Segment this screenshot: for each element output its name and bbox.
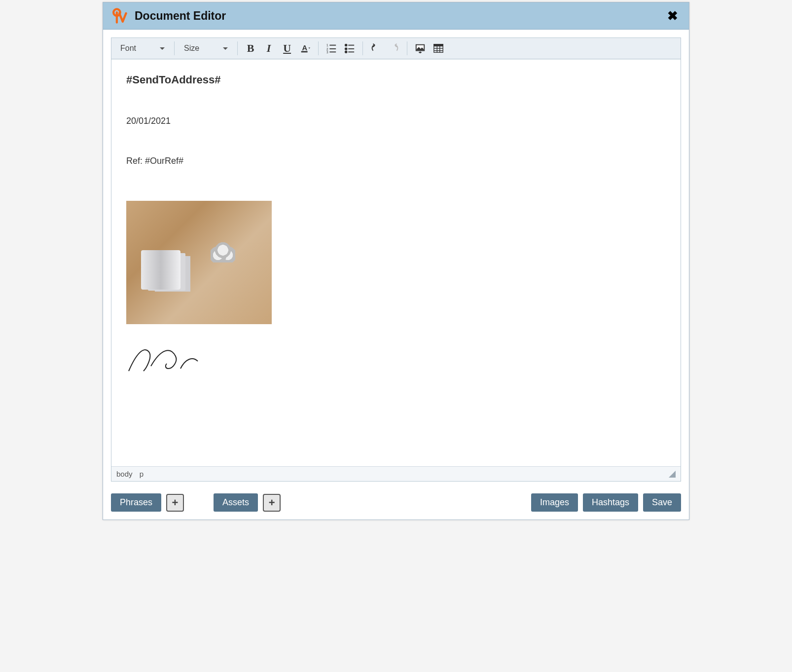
editor-body[interactable]: #SendToAddress# 20/01/2021 Ref: #OurRef#: [111, 59, 681, 466]
svg-text:1: 1: [326, 43, 328, 47]
svg-point-13: [345, 51, 347, 53]
plus-icon: +: [172, 496, 179, 509]
path-segment-p[interactable]: p: [140, 470, 144, 478]
chevron-down-icon: [160, 47, 165, 50]
insert-table-button[interactable]: [430, 41, 447, 56]
svg-text:A: A: [302, 44, 308, 52]
bullet-list-button[interactable]: [341, 41, 358, 56]
app-logo: [111, 7, 128, 24]
redo-button[interactable]: [386, 41, 402, 56]
path-segment-body[interactable]: body: [116, 470, 133, 478]
bold-button[interactable]: B: [242, 41, 259, 56]
font-combo-label: Font: [120, 44, 136, 53]
status-bar: body p: [111, 466, 681, 481]
separator: [362, 41, 363, 55]
italic-button[interactable]: I: [260, 41, 277, 56]
font-combo[interactable]: Font: [115, 41, 170, 56]
footer-bar: Phrases + Assets + Images Hashtags Save: [103, 489, 689, 520]
add-asset-button[interactable]: +: [263, 494, 281, 512]
ref-text[interactable]: Ref: #OurRef#: [126, 156, 666, 166]
undo-button[interactable]: [367, 41, 384, 56]
svg-point-11: [345, 48, 347, 50]
address-placeholder[interactable]: #SendToAddress#: [126, 74, 666, 86]
resize-grip-icon[interactable]: [669, 471, 676, 478]
underline-button[interactable]: U: [279, 41, 295, 56]
images-button[interactable]: Images: [531, 493, 578, 512]
phrases-button[interactable]: Phrases: [111, 493, 161, 512]
size-combo-label: Size: [184, 44, 199, 53]
separator: [318, 41, 319, 55]
separator: [174, 41, 175, 55]
separator: [407, 41, 407, 55]
close-icon[interactable]: ✖: [664, 8, 681, 24]
assets-button[interactable]: Assets: [214, 493, 258, 512]
numbered-list-button[interactable]: 123: [323, 41, 340, 56]
size-combo[interactable]: Size: [179, 41, 233, 56]
signature-image[interactable]: [126, 344, 666, 376]
hashtags-button[interactable]: Hashtags: [583, 493, 638, 512]
separator: [237, 41, 238, 55]
editor-frame: Font Size B I U A 123: [111, 37, 681, 482]
window-title: Document Editor: [135, 9, 664, 23]
date-text[interactable]: 20/01/2021: [126, 116, 666, 126]
svg-rect-20: [434, 44, 443, 46]
add-phrase-button[interactable]: +: [166, 494, 184, 512]
svg-text:3: 3: [326, 50, 328, 54]
plus-icon: +: [269, 496, 275, 509]
text-color-button[interactable]: A: [297, 41, 314, 56]
editor-content[interactable]: #SendToAddress# 20/01/2021 Ref: #OurRef#: [111, 60, 681, 415]
save-button[interactable]: Save: [643, 493, 681, 512]
svg-point-9: [345, 44, 347, 46]
insert-image-button[interactable]: [412, 41, 429, 56]
element-path[interactable]: body p: [116, 470, 148, 478]
embedded-image[interactable]: [126, 201, 272, 324]
editor-toolbar: Font Size B I U A 123: [111, 38, 681, 59]
chevron-down-icon: [223, 47, 228, 50]
editor-window: Document Editor ✖ Font Size B I U A 123: [103, 2, 689, 520]
titlebar: Document Editor ✖: [103, 2, 689, 30]
svg-rect-2: [301, 51, 308, 53]
